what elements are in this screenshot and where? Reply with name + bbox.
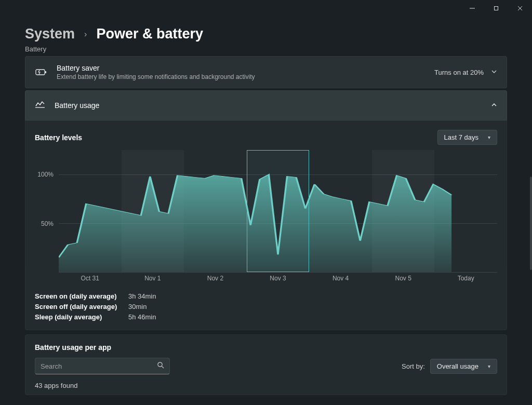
search-input[interactable] <box>41 362 157 370</box>
x-tick-label: Nov 2 <box>207 275 223 282</box>
selected-day-highlight[interactable] <box>247 150 310 272</box>
stat-value: 3h 34min <box>128 292 156 300</box>
battery-usage-per-app: Battery usage per app Sort by: Overall u… <box>25 334 507 395</box>
stat-row: Sleep (daily average)5h 46min <box>35 313 497 321</box>
battery-saver-title: Battery saver <box>57 64 434 72</box>
stat-value: 30min <box>128 303 147 310</box>
sort-by-dropdown[interactable]: Overall usage ▾ <box>430 359 497 374</box>
page-title: Power & battery <box>96 26 203 42</box>
search-icon <box>157 361 164 371</box>
battery-saver-desc: Extend battery life by limiting some not… <box>57 73 434 80</box>
sort-by-value: Overall usage <box>437 362 478 370</box>
minimize-button[interactable] <box>460 0 484 17</box>
breadcrumb: System › Power & battery <box>25 26 507 42</box>
usage-stats: Screen on (daily average)3h 34minScreen … <box>35 292 497 321</box>
x-tick-label: Nov 4 <box>332 275 349 282</box>
stat-row: Screen on (daily average)3h 34min <box>35 292 497 300</box>
chevron-up-icon <box>491 101 497 110</box>
per-app-title: Battery usage per app <box>35 343 497 352</box>
x-tick-label: Nov 3 <box>270 275 286 282</box>
battery-levels-title: Battery levels <box>35 133 82 142</box>
svg-point-3 <box>158 362 162 367</box>
section-label-battery: Battery <box>25 45 507 53</box>
breadcrumb-parent[interactable]: System <box>25 26 75 42</box>
time-range-dropdown[interactable]: Last 7 days ▾ <box>437 130 498 145</box>
svg-rect-2 <box>45 71 46 73</box>
battery-saver-icon <box>35 66 47 78</box>
battery-saver-value: Turns on at 20% <box>434 69 484 76</box>
chevron-down-icon: ▾ <box>488 363 490 369</box>
battery-level-chart[interactable]: 50%100% Oct 31Nov 1Nov 2Nov 3Nov 4Nov 5T… <box>35 150 497 285</box>
stat-label: Sleep (daily average) <box>35 313 118 321</box>
stat-value: 5h 46min <box>128 313 156 321</box>
svg-rect-0 <box>495 7 498 10</box>
time-range-value: Last 7 days <box>444 133 479 141</box>
x-tick-label: Today <box>458 275 474 282</box>
y-tick-label: 100% <box>37 171 54 178</box>
x-tick-label: Nov 1 <box>144 275 161 282</box>
chevron-right-icon: › <box>84 30 87 39</box>
chart-line-icon <box>35 100 45 111</box>
stat-label: Screen on (daily average) <box>35 292 118 300</box>
battery-usage-body: Battery levels Last 7 days ▾ 50%100% <box>25 120 507 330</box>
chevron-down-icon <box>491 68 497 77</box>
y-tick-label: 50% <box>41 220 54 227</box>
x-tick-label: Oct 31 <box>81 275 99 282</box>
stat-label: Screen off (daily average) <box>35 303 118 310</box>
battery-usage-title: Battery usage <box>55 101 491 110</box>
chevron-down-icon: ▾ <box>488 134 490 140</box>
sort-by-label: Sort by: <box>402 362 425 370</box>
close-button[interactable] <box>508 0 532 17</box>
stat-row: Screen off (daily average)30min <box>35 303 497 310</box>
per-app-search[interactable] <box>35 358 170 374</box>
battery-usage-header[interactable]: Battery usage <box>25 90 507 120</box>
maximize-button[interactable] <box>484 0 508 17</box>
x-tick-label: Nov 5 <box>395 275 411 282</box>
battery-saver-row[interactable]: Battery saver Extend battery life by lim… <box>25 56 507 88</box>
apps-found-count: 43 apps found <box>35 382 497 389</box>
